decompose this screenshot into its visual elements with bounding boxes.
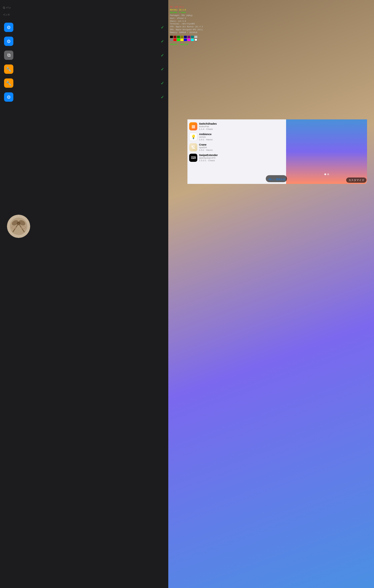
ambience-bottom-info: Ambience cemck 1.0.1 · Havoc [199,133,213,141]
ambience-bottom-dev: cemck [199,136,213,138]
switchshades-dev: AnthoPak [199,125,217,128]
swipe-name: SwipeExtender [199,154,218,157]
add-wallpaper-button[interactable]: +新しい壁紙を追 [268,178,285,181]
ambience-bottom-name: Ambience [199,133,213,136]
swipe-version: 1.5.3-1 · Chariz [199,159,218,162]
sidebar-item-5: 🔧 ✓ [7,77,165,89]
crane-icon-bottom: 🏗 [189,143,197,151]
ambience-bottom-version: 1.0.1 · Havoc [199,138,213,141]
avatar-2[interactable] [7,215,30,238]
avatar-image-2 [7,215,30,238]
icon-wrench-1: 🔧 [7,64,13,74]
swipe-info: SwipeExtender qwertyuiop1379 1.5.3-1 · C… [199,154,218,162]
sidebar-item-4: 🔧 ✓ [7,63,165,76]
crane-bottom-dev: opa334 [199,146,213,149]
crane-bottom-name: Crane [199,143,213,146]
phone-frame: ............. OS: iOS 16.1 Kernel: 22.1.… [168,54,187,185]
dot-2 [327,173,329,175]
tweet-1: 睡眠中 @dora2ios ··· yay Q パッ インス ⚙ ✓ ⚙ ✓ [0,0,374,209]
dot-1 [324,173,326,175]
crane-bottom-info: Crane opa334 1.3.1 · Havoc [199,143,213,151]
ambience-icon-bottom: 💡 [189,133,197,141]
sidebar-icons: Q パッ インス ⚙ ✓ ⚙ ✓ ⧉ ✓ 🔧 ✓ [7,54,168,185]
switchshades-name: SwitchShades [199,122,217,125]
switchshades-icon: ▦ [189,122,197,130]
sidebar-item-3: ⧉ ✓ [7,54,165,62]
customize-button[interactable]: カスタマイズ [346,178,366,183]
swipe-dev: qwertyuiop1379 [199,157,218,159]
swipe-icon: ⌨ [189,154,197,162]
switchshades-version: 1.1.4 · Chariz [199,128,217,130]
tweet-1-image-left: Q パッ インス ⚙ ✓ ⚙ ✓ ⧉ ✓ 🔧 ✓ [7,54,187,185]
page-dots [287,173,366,175]
icon-copy: ⧉ [7,54,13,60]
icon-wrench-2: 🔧 [7,78,13,88]
icon-settings-3: ⚙ [7,92,13,102]
crane-bottom-version: 1.3.1 · Havoc [199,149,213,151]
tweet-1-images[interactable]: Q パッ インス ⚙ ✓ ⚙ ✓ ⧉ ✓ 🔧 ✓ [7,54,367,185]
wallpaper-preview: カスタマイズ +新しい壁紙を追 [286,119,367,184]
switchshades-info: SwitchShades AnthoPak 1.1.4 · Chariz [199,122,217,130]
sidebar-item-6: ⚙ ✓ [7,91,165,103]
tweet-1-image-right-bottom: ▦ SwitchShades AnthoPak 1.1.4 · Chariz 💡… [187,119,367,184]
